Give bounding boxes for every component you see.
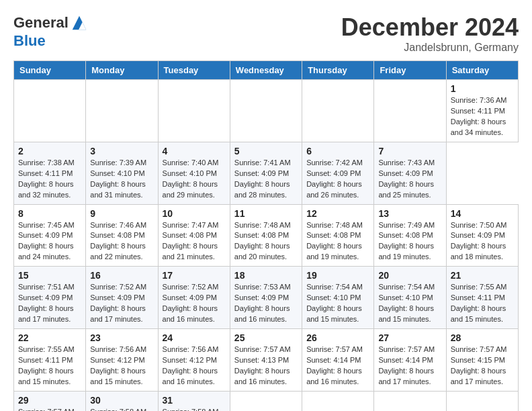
sunset: Sunset: 4:09 PM: [306, 169, 361, 177]
col-sunday: Sunday: [14, 61, 86, 80]
sunset: Sunset: 4:08 PM: [306, 231, 361, 239]
sunrise: Sunrise: 7:50 AM: [451, 221, 507, 229]
sunset: Sunset: 4:11 PM: [451, 293, 505, 302]
sunset: Sunset: 4:10 PM: [306, 293, 361, 302]
sunrise: Sunrise: 7:57 AM: [18, 408, 75, 411]
day-number: 9: [90, 208, 153, 219]
table-row: 24 Sunrise: 7:56 AM Sunset: 4:12 PM Dayl…: [158, 329, 230, 392]
day-info: Sunrise: 7:53 AM Sunset: 4:09 PM Dayligh…: [234, 282, 298, 325]
sunset: Sunset: 4:09 PM: [378, 169, 433, 177]
day-info: Sunrise: 7:52 AM Sunset: 4:09 PM Dayligh…: [163, 282, 226, 325]
table-row: [14, 80, 86, 142]
sunset: Sunset: 4:09 PM: [163, 293, 217, 302]
daylight: Daylight: 8 hours and 26 minutes.: [306, 180, 362, 199]
table-row: 26 Sunrise: 7:57 AM Sunset: 4:14 PM Dayl…: [302, 329, 374, 392]
table-row: 21 Sunrise: 7:55 AM Sunset: 4:11 PM Dayl…: [446, 267, 518, 329]
day-number: 26: [306, 332, 369, 343]
table-row: 31 Sunrise: 7:58 AM Sunset: 4:18 PM Dayl…: [158, 391, 230, 411]
daylight: Daylight: 8 hours and 15 minutes.: [90, 367, 146, 385]
sunrise: Sunrise: 7:45 AM: [18, 221, 75, 229]
day-number: 29: [18, 395, 81, 406]
table-row: [374, 391, 446, 411]
table-row: 19 Sunrise: 7:54 AM Sunset: 4:10 PM Dayl…: [302, 267, 374, 329]
sunset: Sunset: 4:11 PM: [18, 356, 73, 364]
title-block: December 2024 Jandelsbrunn, Germany: [341, 13, 519, 54]
day-info: Sunrise: 7:55 AM Sunset: 4:11 PM Dayligh…: [451, 282, 514, 325]
day-number: 15: [18, 270, 81, 281]
daylight: Daylight: 8 hours and 17 minutes.: [90, 304, 146, 323]
sunrise: Sunrise: 7:57 AM: [234, 345, 291, 353]
day-info: Sunrise: 7:57 AM Sunset: 4:15 PM Dayligh…: [451, 345, 514, 387]
day-number: 30: [90, 395, 153, 406]
day-info: Sunrise: 7:56 AM Sunset: 4:12 PM Dayligh…: [90, 345, 153, 387]
day-info: Sunrise: 7:58 AM Sunset: 4:17 PM Dayligh…: [90, 407, 153, 411]
sunrise: Sunrise: 7:58 AM: [90, 408, 146, 411]
sunrise: Sunrise: 7:54 AM: [378, 283, 435, 291]
table-row: 1 Sunrise: 7:36 AM Sunset: 4:11 PM Dayli…: [446, 80, 518, 142]
col-wednesday: Wednesday: [230, 61, 302, 80]
day-number: 1: [451, 83, 514, 94]
sunrise: Sunrise: 7:55 AM: [18, 345, 75, 353]
daylight: Daylight: 8 hours and 19 minutes.: [378, 242, 434, 261]
table-row: 23 Sunrise: 7:56 AM Sunset: 4:12 PM Dayl…: [86, 329, 158, 392]
sunset: Sunset: 4:10 PM: [90, 169, 144, 177]
day-info: Sunrise: 7:43 AM Sunset: 4:09 PM Dayligh…: [378, 158, 441, 201]
sunset: Sunset: 4:12 PM: [163, 356, 217, 364]
table-row: 18 Sunrise: 7:53 AM Sunset: 4:09 PM Dayl…: [230, 267, 302, 329]
sunset: Sunset: 4:12 PM: [90, 356, 144, 364]
day-number: 22: [18, 332, 81, 343]
col-thursday: Thursday: [302, 61, 374, 80]
table-row: 6 Sunrise: 7:42 AM Sunset: 4:09 PM Dayli…: [302, 142, 374, 204]
location: Jandelsbrunn, Germany: [341, 42, 519, 54]
logo: General Blue: [13, 13, 89, 50]
sunset: Sunset: 4:09 PM: [234, 293, 289, 302]
day-number: 2: [18, 146, 81, 156]
month-title: December 2024: [341, 13, 519, 42]
daylight: Daylight: 8 hours and 22 minutes.: [90, 242, 146, 261]
table-row: 3 Sunrise: 7:39 AM Sunset: 4:10 PM Dayli…: [86, 142, 158, 204]
sunrise: Sunrise: 7:39 AM: [90, 158, 146, 167]
day-info: Sunrise: 7:51 AM Sunset: 4:09 PM Dayligh…: [18, 282, 81, 325]
sunrise: Sunrise: 7:51 AM: [18, 283, 75, 291]
table-row: 7 Sunrise: 7:43 AM Sunset: 4:09 PM Dayli…: [374, 142, 446, 204]
sunset: Sunset: 4:09 PM: [18, 231, 73, 239]
sunrise: Sunrise: 7:56 AM: [163, 345, 219, 353]
col-tuesday: Tuesday: [158, 61, 230, 80]
daylight: Daylight: 8 hours and 17 minutes.: [451, 367, 506, 385]
day-info: Sunrise: 7:50 AM Sunset: 4:09 PM Dayligh…: [451, 220, 514, 263]
sunrise: Sunrise: 7:43 AM: [378, 158, 435, 167]
sunrise: Sunrise: 7:58 AM: [163, 408, 219, 411]
table-row: [374, 80, 446, 142]
day-number: 25: [234, 332, 298, 343]
table-row: 15 Sunrise: 7:51 AM Sunset: 4:09 PM Dayl…: [14, 267, 86, 329]
sunrise: Sunrise: 7:38 AM: [18, 158, 75, 167]
daylight: Daylight: 8 hours and 17 minutes.: [18, 304, 74, 323]
day-info: Sunrise: 7:36 AM Sunset: 4:11 PM Dayligh…: [451, 95, 514, 138]
table-row: 28 Sunrise: 7:57 AM Sunset: 4:15 PM Dayl…: [446, 329, 518, 392]
calendar-header-row: Sunday Monday Tuesday Wednesday Thursday…: [14, 61, 519, 80]
day-info: Sunrise: 7:57 AM Sunset: 4:14 PM Dayligh…: [378, 345, 441, 387]
calendar-week-row: 15 Sunrise: 7:51 AM Sunset: 4:09 PM Dayl…: [14, 267, 519, 329]
sunset: Sunset: 4:15 PM: [451, 356, 505, 364]
day-number: 20: [378, 270, 441, 281]
daylight: Daylight: 8 hours and 18 minutes.: [451, 242, 506, 261]
daylight: Daylight: 8 hours and 16 minutes.: [306, 367, 362, 385]
sunrise: Sunrise: 7:57 AM: [306, 345, 363, 353]
daylight: Daylight: 8 hours and 21 minutes.: [163, 242, 218, 261]
sunset: Sunset: 4:09 PM: [234, 169, 289, 177]
day-number: 5: [234, 146, 298, 156]
day-number: 7: [378, 146, 441, 156]
col-monday: Monday: [86, 61, 158, 80]
sunrise: Sunrise: 7:36 AM: [451, 96, 507, 104]
day-number: 10: [163, 208, 226, 219]
day-info: Sunrise: 7:52 AM Sunset: 4:09 PM Dayligh…: [90, 282, 153, 325]
page-header: General Blue December 2024 Jandelsbrunn,…: [13, 13, 519, 54]
day-number: 6: [306, 146, 369, 156]
day-info: Sunrise: 7:42 AM Sunset: 4:09 PM Dayligh…: [306, 158, 369, 201]
sunset: Sunset: 4:13 PM: [234, 356, 289, 364]
daylight: Daylight: 8 hours and 20 minutes.: [234, 242, 290, 261]
calendar-week-row: 1 Sunrise: 7:36 AM Sunset: 4:11 PM Dayli…: [14, 80, 519, 142]
sunset: Sunset: 4:11 PM: [18, 169, 73, 177]
day-info: Sunrise: 7:57 AM Sunset: 4:16 PM Dayligh…: [18, 407, 81, 411]
table-row: [302, 80, 374, 142]
